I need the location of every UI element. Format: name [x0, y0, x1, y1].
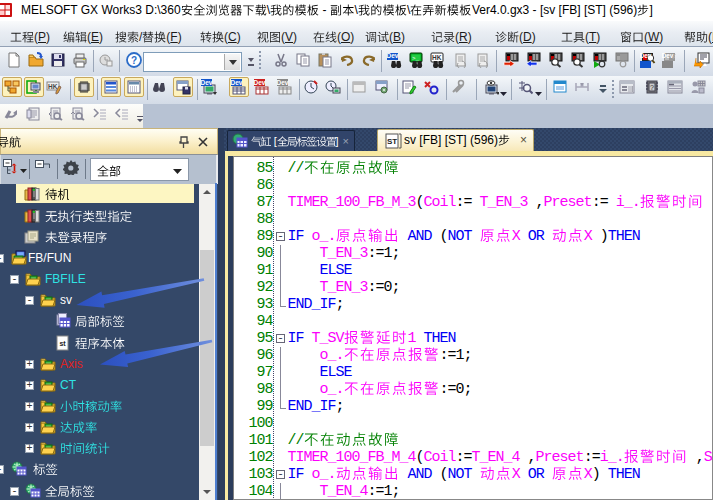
svg-text:Dev: Dev: [277, 79, 289, 86]
svg-text:ST: ST: [387, 137, 397, 146]
svg-text:HK: HK: [432, 54, 442, 61]
svg-text:Dev: Dev: [662, 52, 674, 59]
svg-text:Dev: Dev: [254, 79, 266, 86]
svg-text:>_: >_: [412, 55, 420, 62]
svg-text:Dev: Dev: [640, 52, 652, 59]
svg-text:?: ?: [650, 84, 654, 91]
svg-text:Dev: Dev: [387, 52, 399, 59]
svg-text:Dev: Dev: [231, 79, 243, 86]
